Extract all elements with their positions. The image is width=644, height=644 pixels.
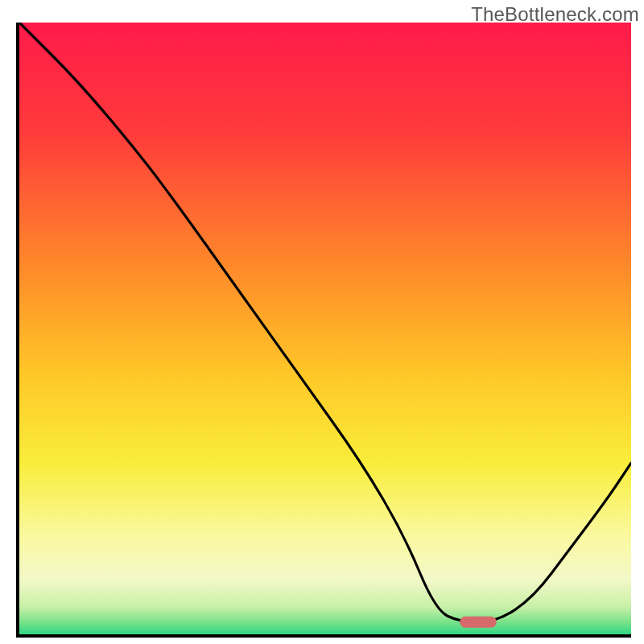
chart-container: TheBottleneck.com xyxy=(0,0,644,644)
optimal-marker xyxy=(460,617,497,628)
plot-area xyxy=(16,23,631,638)
curve-overlay xyxy=(19,23,631,634)
bottleneck-curve xyxy=(19,23,631,622)
